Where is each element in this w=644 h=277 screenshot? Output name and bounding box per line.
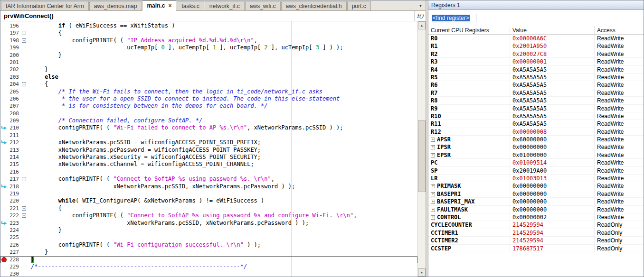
register-row-IPSR[interactable]: +IPSR0x00000000ReadWrite xyxy=(428,143,644,151)
code-line-214[interactable]: 214 xNetworkParams.xSecurity = wificonfi… xyxy=(0,154,417,161)
code-line-207[interactable]: 207 * is for consistency between in the … xyxy=(0,102,417,110)
register-row-SP[interactable]: SP0x20019A00ReadWrite xyxy=(428,167,644,175)
fold-collapse-icon[interactable]: - xyxy=(20,205,28,212)
tab-list-dropdown-icon[interactable]: ▼ xyxy=(417,2,424,9)
register-row-R5[interactable]: R50xA5A5A5A5ReadWrite xyxy=(428,74,644,81)
column-header-access[interactable]: Access xyxy=(595,26,644,34)
register-row-FAULTMASK[interactable]: +FAULTMASK0x00000000ReadWrite xyxy=(428,206,644,213)
register-row-R8[interactable]: R80xA5A5A5A5ReadWrite xyxy=(428,97,644,104)
expand-plus-icon[interactable]: + xyxy=(431,200,435,204)
code-line-209[interactable]: 209 /* Connection failed, configure Soft… xyxy=(0,117,417,124)
register-row-APSR[interactable]: +APSR0x60000000ReadWrite xyxy=(428,136,644,143)
register-row-CCSTEP[interactable]: CCSTEP178687517ReadOnly xyxy=(428,245,644,252)
register-row-R12[interactable]: R120x00000008ReadWrite xyxy=(428,128,644,136)
expand-plus-icon[interactable]: + xyxy=(431,153,435,157)
register-row-BASEPRI[interactable]: +BASEPRI0x00000000ReadWrite xyxy=(428,190,644,198)
code-line-211[interactable]: 211 xyxy=(0,132,417,139)
tab-IAR Information Center for Arm[interactable]: IAR Information Center for Arm xyxy=(1,1,89,10)
fold-collapse-icon[interactable]: - xyxy=(20,81,28,88)
scrollbar-track[interactable] xyxy=(418,29,426,268)
register-row-R7[interactable]: R70xA5A5A5A5ReadWrite xyxy=(428,89,644,97)
code-line-220[interactable]: 220 while( WIFI_ConfigureAP( &xNetworkPa… xyxy=(0,197,417,204)
code-line-223[interactable]: 223 xNetworkParams.pcSSID, xNetworkParam… xyxy=(0,220,417,227)
expand-plus-icon[interactable]: + xyxy=(431,145,435,149)
tab-network_if.c[interactable]: network_if.c xyxy=(205,1,245,10)
code-line-226[interactable]: 226 configPRINTF( ( "Wi-Fi configuration… xyxy=(0,241,417,249)
register-row-R0[interactable]: R00x00000A6CReadWrite xyxy=(428,35,644,42)
scroll-up-icon[interactable]: ▲ xyxy=(418,21,426,29)
expand-plus-icon[interactable]: + xyxy=(431,184,435,188)
fold-collapse-icon[interactable]: - xyxy=(20,37,28,44)
register-row-R6[interactable]: R60xA5A5A5A5ReadWrite xyxy=(428,81,644,89)
code-line-227[interactable]: 227 } xyxy=(0,249,417,256)
code-line-200[interactable]: 200 } xyxy=(0,52,417,59)
column-header-value[interactable]: Value xyxy=(510,26,595,34)
code-line-218[interactable]: 218 xNetworkParams.pcSSID, xNetworkParam… xyxy=(0,183,417,190)
register-row-CCTIMER2[interactable]: CCTIMER2214529594ReadOnly xyxy=(428,237,644,244)
bookmark-arrow-icon[interactable] xyxy=(0,220,8,227)
register-row-PC[interactable]: PC0x01009514ReadWrite xyxy=(428,159,644,166)
code-line-212[interactable]: 212 xNetworkParams.pcSSID = wificonfigAC… xyxy=(0,139,417,146)
register-row-R1[interactable]: R10x2001A950ReadWrite xyxy=(428,42,644,50)
code-line-198[interactable]: 198- configPRINTF( ( "IP Address acquire… xyxy=(0,37,417,44)
tab-aws_clientcredential.h[interactable]: aws_clientcredential.h xyxy=(281,1,347,10)
code-line-229[interactable]: 229/*-----------------------------------… xyxy=(0,263,417,270)
expand-plus-icon[interactable]: + xyxy=(431,215,435,220)
register-row-PRIMASK[interactable]: +PRIMASK0x00000000ReadWrite xyxy=(428,182,644,190)
register-row-CONTROL[interactable]: +CONTROL0x00000002ReadWrite xyxy=(428,213,644,221)
tab-close-icon[interactable]: × xyxy=(168,3,171,8)
code-line-213[interactable]: 213 xNetworkParams.pcPassword = wificonf… xyxy=(0,147,417,154)
register-row-CYCLECOUNTER[interactable]: CYCLECOUNTER214529594ReadOnly xyxy=(428,221,644,229)
expand-plus-icon[interactable]: + xyxy=(431,192,435,196)
fold-collapse-icon[interactable]: - xyxy=(20,175,28,183)
code-line-217[interactable]: 217- configPRINTF( ( "Connect to SoftAP … xyxy=(0,175,417,183)
code-line-210[interactable]: 210 configPRINTF( ( "Wi-Fi failed to con… xyxy=(0,124,417,131)
code-line-230[interactable]: 230 xyxy=(0,270,417,277)
scroll-down-icon[interactable]: ▼ xyxy=(418,268,426,277)
code-line-206[interactable]: 206 * the user for a open SSID to connec… xyxy=(0,95,417,102)
bookmark-arrow-icon[interactable] xyxy=(0,183,8,190)
bookmark-arrow-icon[interactable] xyxy=(0,124,8,131)
register-row-BASEPRI_MAX[interactable]: +BASEPRI_MAX0x00000000ReadWrite xyxy=(428,198,644,205)
code-line-199[interactable]: 199 ucTempIp[ 0 ], ucTempIp[ 1 ], ucTemp… xyxy=(0,44,417,51)
code-line-222[interactable]: 222- configPRINTF( ( "Connect to SoftAP … xyxy=(0,212,417,219)
code-line-221[interactable]: 221- { xyxy=(0,205,417,212)
code-line-204[interactable]: 204- { xyxy=(0,81,417,88)
expand-plus-icon[interactable]: + xyxy=(431,208,435,212)
registers-panel-titlebar[interactable]: Registers 1 xyxy=(428,0,644,10)
code-line-215[interactable]: 215 xNetworkParams.cChannel = wificonfig… xyxy=(0,161,417,168)
tab-aws_demos.map[interactable]: aws_demos.map xyxy=(89,1,142,10)
tab-main.c[interactable]: main.c× xyxy=(142,0,176,11)
code-line-208[interactable]: 208 xyxy=(0,110,417,117)
editor-vertical-scrollbar[interactable]: ▲ ▼ xyxy=(417,21,426,277)
register-row-R10[interactable]: R100xA5A5A5A5ReadWrite xyxy=(428,112,644,120)
expand-plus-icon[interactable]: + xyxy=(431,138,435,142)
column-header-current-cpu-registers[interactable]: Current CPU Registers xyxy=(428,26,510,34)
code-line-202[interactable]: 202 } xyxy=(0,66,417,73)
tab-aws_wifi.c[interactable]: aws_wifi.c xyxy=(245,1,281,10)
code-editor[interactable]: 196 if ( eWiFiSuccess == xWifiStatus )19… xyxy=(0,21,417,277)
function-list-icon[interactable]: f() xyxy=(414,11,426,21)
register-row-LR[interactable]: LR0x01003D13ReadWrite xyxy=(428,175,644,182)
code-line-197[interactable]: 197- { xyxy=(0,29,417,37)
code-line-219[interactable]: 219 xyxy=(0,190,417,197)
tab-port.c[interactable]: port.c xyxy=(347,1,371,10)
scrollbar-thumb[interactable] xyxy=(418,120,426,192)
code-line-201[interactable]: 201 xyxy=(0,59,417,66)
tab-tasks.c[interactable]: tasks.c xyxy=(177,1,204,10)
register-row-R11[interactable]: R110xA5A5A5A5ReadWrite xyxy=(428,120,644,128)
register-row-R3[interactable]: R30x00000001ReadWrite xyxy=(428,58,644,65)
register-row-CCTIMER1[interactable]: CCTIMER1214529594ReadOnly xyxy=(428,229,644,237)
find-register-input[interactable]: <find register> xyxy=(431,14,476,22)
breakpoint-icon[interactable] xyxy=(0,256,8,263)
register-row-R2[interactable]: R20x200027C8ReadWrite xyxy=(428,50,644,58)
register-row-EPSR[interactable]: +EPSR0x01000000ReadWrite xyxy=(428,151,644,159)
register-row-R9[interactable]: R90xA5A5A5A5ReadWrite xyxy=(428,105,644,112)
code-line-216[interactable]: 216 xyxy=(0,168,417,175)
code-line-205[interactable]: 205 /* If the Wi-Fi fails to connect, th… xyxy=(0,88,417,95)
code-line-196[interactable]: 196 if ( eWiFiSuccess == xWifiStatus ) xyxy=(0,22,417,29)
code-line-224[interactable]: 224 } xyxy=(0,227,417,234)
code-line-203[interactable]: 203 else xyxy=(0,74,417,81)
register-row-R4[interactable]: R40xA5A5A5A5ReadWrite xyxy=(428,66,644,74)
bookmark-arrow-icon[interactable] xyxy=(0,139,8,146)
